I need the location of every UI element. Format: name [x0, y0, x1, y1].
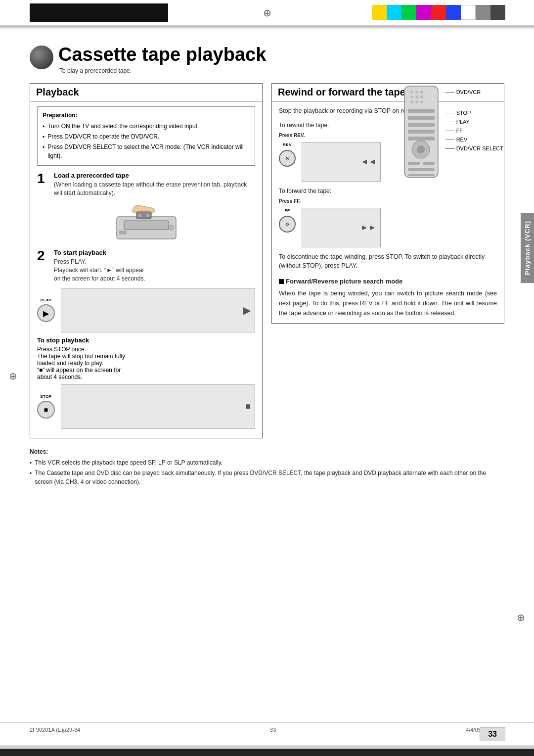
svg-point-6: [420, 95, 423, 98]
svg-point-26: [169, 225, 174, 230]
swatch-darkgray: [490, 5, 505, 20]
discontinue-text: To discontinue the tape-winding, press S…: [279, 252, 497, 271]
fwd-rev-section: Forward/Reverse picture search mode When…: [279, 277, 497, 318]
forward-btn-screen: FF » ►►: [279, 208, 497, 247]
rewind-screen-symbol: ◄◄: [360, 156, 376, 168]
svg-rect-17: [408, 162, 420, 165]
step2-press: Press PLAY.: [54, 258, 255, 266]
top-header: [0, 0, 534, 26]
stop-button[interactable]: ■: [37, 401, 55, 419]
play-screen-symbol: ▶: [243, 304, 251, 316]
stop-screen-symbol: ■: [245, 401, 251, 412]
step2-row: 2 To start playback Press PLAY. Playback…: [37, 249, 255, 283]
rev-button[interactable]: «: [279, 150, 296, 167]
rewind-screen: ◄◄: [302, 142, 381, 182]
color-strip: [372, 5, 505, 17]
stop-btn-screen-row: STOP ■ ■: [37, 384, 255, 429]
step2-content: To start playback Press PLAY. Playback w…: [54, 249, 255, 283]
reg-mark-left: [9, 370, 17, 382]
page-footer: 2F90201A (E)p29-34 33 4/4/05, 9:02 PM: [0, 722, 534, 737]
play-screen-box: ▶: [61, 288, 255, 332]
forward-title: To forward the tape:: [279, 187, 497, 195]
bottom-gradient: [0, 745, 534, 749]
svg-point-7: [410, 100, 413, 103]
play-btn-col: PLAY ▶: [37, 298, 55, 322]
step1-content: Load a prerecorded tape (When loading a …: [54, 172, 255, 197]
stop-desc1: The tape will stop but remain fully: [37, 353, 255, 360]
step2-number: 2: [37, 249, 49, 263]
svg-rect-27: [119, 231, 127, 235]
playback-section: Playback Preparation: • Turn ON the TV a…: [30, 83, 263, 438]
svg-rect-20: [408, 174, 435, 176]
prep-title: Preparation:: [43, 111, 250, 120]
remote-label-ff: FF: [445, 128, 503, 134]
svg-rect-13: [408, 130, 435, 134]
stop-desc4: about 4 seconds.: [37, 374, 255, 380]
step1-desc: (When loading a cassette tape without th…: [54, 181, 255, 197]
stop-press: Press STOP once.: [37, 346, 255, 353]
stop-desc2: loaded and ready to play.: [37, 360, 255, 367]
play-button[interactable]: ▶: [37, 304, 55, 322]
svg-rect-19: [408, 168, 435, 171]
sidebar-tab: Playback (VCR): [521, 213, 534, 283]
remote-label-play: PLAY: [445, 119, 503, 125]
reg-mark-right: [517, 612, 525, 623]
svg-point-8: [415, 100, 418, 103]
remote-labels: DVD/VCR STOP PLAY FF REV: [445, 85, 503, 154]
svg-point-5: [415, 95, 418, 98]
ff-label: Press FF.: [279, 197, 497, 205]
step1-title: Load a prerecorded tape: [54, 172, 255, 179]
reg-mark-top: [263, 7, 271, 19]
note-2: • The Cassette tape and DVD disc can be …: [30, 469, 504, 486]
stop-icon: ■: [44, 406, 48, 414]
stop-screen-box: ■: [61, 384, 255, 429]
stop-title: To stop playback: [37, 336, 255, 344]
swatch-blue: [446, 5, 461, 20]
bullet-dot: •: [43, 133, 44, 142]
stop-desc3: “■” will appear on the screen for: [37, 367, 255, 374]
step2-desc1: Playback will start. “►” will appear: [54, 266, 255, 275]
notes-title: Notes:: [30, 447, 504, 456]
svg-point-9: [420, 100, 423, 103]
svg-rect-11: [408, 116, 435, 120]
stop-btn-col: STOP ■: [37, 394, 55, 419]
remote-label-dvdvcr: DVD/VCR: [445, 89, 503, 95]
swatch-red: [431, 5, 446, 20]
ff-icon: »: [285, 219, 289, 229]
footer-left: 2F90201A (E)p29-34: [30, 727, 80, 733]
play-label: PLAY: [41, 298, 52, 302]
svg-point-2: [415, 91, 418, 94]
remote-label-dvdvcrselect: DVD/VCR SELECT: [445, 145, 503, 151]
svg-rect-18: [423, 162, 435, 165]
playback-body: Preparation: • Turn ON the TV and select…: [30, 101, 262, 438]
playback-header: Playback: [30, 84, 262, 101]
swatch-white: [461, 5, 476, 20]
remote-svg: [402, 85, 442, 179]
remote-body: [402, 85, 442, 181]
page-number-box: 33: [480, 727, 505, 741]
svg-point-1: [410, 91, 413, 94]
header-black-box: [30, 3, 168, 22]
fwd-rev-title: Forward/Reverse picture search mode: [279, 277, 497, 286]
bullet-dot: •: [43, 143, 44, 152]
vcr-loading-illus: [37, 202, 255, 243]
note-1: • This VCR selects the playback tape spe…: [30, 458, 504, 468]
notes-section: Notes: • This VCR selects the playback t…: [30, 447, 504, 486]
title-text-block: Cassette tape playback To play a prereco…: [58, 45, 266, 74]
swatch-cyan: [387, 5, 401, 20]
forward-sub: To forward the tape: Press FF. FF » ►►: [279, 187, 497, 247]
preparation-box: Preparation: • Turn ON the TV and select…: [37, 106, 255, 166]
ff-button[interactable]: »: [279, 216, 296, 233]
black-square-icon: [279, 279, 284, 284]
swatch-magenta: [416, 5, 431, 20]
svg-point-25: [146, 213, 150, 217]
stop-label: STOP: [40, 394, 52, 399]
prep-bullet-3: • Press DVD/VCR SELECT to select the VCR…: [43, 142, 250, 160]
bullet-dot: •: [43, 122, 44, 131]
forward-screen-symbol: ►►: [360, 222, 376, 234]
remote-label-stop: STOP: [445, 110, 503, 116]
page-content: Cassette tape playback To play a prereco…: [0, 30, 534, 722]
bottom-black-bar: [0, 749, 534, 756]
swatch-green: [401, 5, 416, 20]
svg-rect-14: [408, 137, 435, 141]
